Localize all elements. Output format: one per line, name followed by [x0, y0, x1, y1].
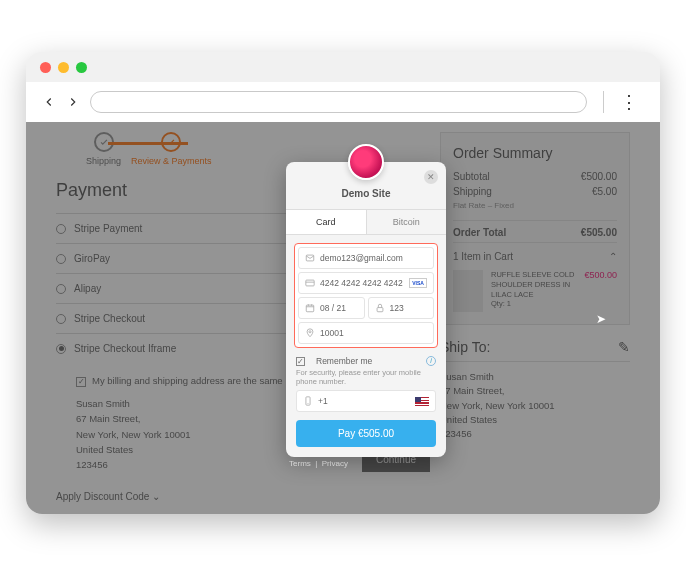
email-field[interactable]: demo123@gmail.com — [298, 247, 434, 269]
card-value: 4242 4242 4242 4242 — [320, 278, 403, 288]
calendar-icon — [305, 303, 315, 313]
stripe-checkout-modal: ✕ Demo Site Card Bitcoin demo123@gmail.c… — [286, 162, 446, 457]
phone-value: +1 — [318, 396, 328, 406]
url-bar[interactable] — [90, 91, 587, 113]
browser-toolbar: ⋮ — [26, 82, 660, 122]
tab-bitcoin[interactable]: Bitcoin — [367, 210, 447, 234]
minimize-window-icon[interactable] — [58, 62, 69, 73]
checkbox-icon[interactable] — [296, 357, 305, 366]
zip-field[interactable]: 10001 — [298, 322, 434, 344]
cursor-icon: ➤ — [596, 312, 606, 326]
browser-window: ⋮ Shipping Review & Payments Payment Str — [26, 52, 660, 514]
payment-form: demo123@gmail.com 4242 4242 4242 4242 VI… — [294, 243, 438, 348]
svg-rect-2 — [306, 305, 314, 312]
back-icon[interactable] — [42, 95, 56, 109]
menu-icon[interactable]: ⋮ — [614, 91, 644, 113]
card-icon — [305, 278, 315, 288]
toolbar-separator — [603, 91, 604, 113]
svg-rect-1 — [306, 280, 314, 286]
privacy-link[interactable]: Privacy — [322, 459, 348, 468]
svg-point-4 — [309, 331, 311, 333]
phone-field[interactable]: +1 — [296, 390, 436, 412]
security-note: For security, please enter your mobile p… — [296, 368, 436, 386]
visa-icon: VISA — [409, 278, 427, 288]
info-icon[interactable]: i — [426, 356, 436, 366]
close-window-icon[interactable] — [40, 62, 51, 73]
svg-rect-3 — [377, 308, 383, 312]
zip-value: 10001 — [320, 328, 344, 338]
card-field[interactable]: 4242 4242 4242 4242 VISA — [298, 272, 434, 294]
remember-me-row[interactable]: Remember me i — [296, 356, 436, 366]
maximize-window-icon[interactable] — [76, 62, 87, 73]
site-avatar — [348, 144, 384, 180]
expiry-field[interactable]: 08 / 21 — [298, 297, 365, 319]
stripe-footer: Terms | Privacy — [289, 459, 348, 468]
cvc-value: 123 — [390, 303, 404, 313]
page-content: Shipping Review & Payments Payment Strip… — [26, 122, 660, 514]
terms-link[interactable]: Terms — [289, 459, 311, 468]
mail-icon — [305, 253, 315, 263]
pay-button[interactable]: Pay €505.00 — [296, 420, 436, 447]
cvc-field[interactable]: 123 — [368, 297, 435, 319]
remember-label: Remember me — [316, 356, 372, 366]
window-titlebar — [26, 52, 660, 82]
tab-card[interactable]: Card — [286, 210, 367, 234]
close-icon[interactable]: ✕ — [424, 170, 438, 184]
phone-icon — [303, 396, 313, 406]
site-name: Demo Site — [286, 188, 446, 199]
us-flag-icon[interactable] — [415, 397, 429, 406]
expiry-value: 08 / 21 — [320, 303, 346, 313]
email-value: demo123@gmail.com — [320, 253, 403, 263]
forward-icon[interactable] — [66, 95, 80, 109]
lock-icon — [375, 303, 385, 313]
location-icon — [305, 328, 315, 338]
